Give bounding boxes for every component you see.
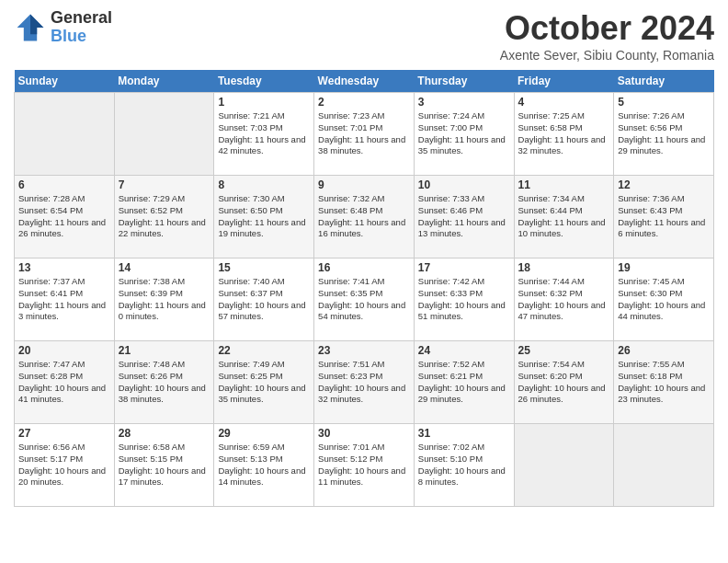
- calendar-cell: 22Sunrise: 7:49 AMSunset: 6:25 PMDayligh…: [214, 341, 314, 424]
- day-number: 3: [418, 96, 510, 109]
- day-number: 8: [218, 178, 310, 191]
- cell-content: Sunrise: 7:02 AMSunset: 5:10 PMDaylight:…: [418, 442, 510, 488]
- day-number: 28: [119, 427, 210, 440]
- cell-content: Sunrise: 6:56 AMSunset: 5:17 PMDaylight:…: [18, 442, 110, 488]
- cell-content: Sunrise: 6:59 AMSunset: 5:13 PMDaylight:…: [218, 442, 310, 488]
- calendar-cell: 27Sunrise: 6:56 AMSunset: 5:17 PMDayligh…: [15, 424, 115, 507]
- day-number: 1: [218, 96, 310, 109]
- day-number: 9: [318, 178, 410, 191]
- cell-content: Sunrise: 7:54 AMSunset: 6:20 PMDaylight:…: [518, 359, 610, 406]
- calendar-cell: 29Sunrise: 6:59 AMSunset: 5:13 PMDayligh…: [214, 424, 314, 507]
- cell-content: Sunrise: 7:36 AMSunset: 6:43 PMDaylight:…: [618, 193, 710, 240]
- svg-marker-1: [30, 14, 43, 34]
- calendar-cell: 11Sunrise: 7:34 AMSunset: 6:44 PMDayligh…: [514, 176, 614, 259]
- cell-content: Sunrise: 7:29 AMSunset: 6:52 PMDaylight:…: [119, 193, 210, 240]
- week-row-3: 20Sunrise: 7:47 AMSunset: 6:28 PMDayligh…: [15, 341, 714, 424]
- day-number: 6: [18, 178, 110, 191]
- cell-content: Sunrise: 6:58 AMSunset: 5:15 PMDaylight:…: [119, 442, 210, 488]
- calendar-cell: 10Sunrise: 7:33 AMSunset: 6:46 PMDayligh…: [414, 176, 514, 259]
- day-header-wednesday: Wednesday: [314, 70, 415, 93]
- day-number: 4: [518, 96, 610, 109]
- day-number: 31: [418, 427, 510, 440]
- day-number: 25: [518, 344, 610, 357]
- cell-content: Sunrise: 7:34 AMSunset: 6:44 PMDaylight:…: [518, 193, 610, 240]
- calendar-cell: 19Sunrise: 7:45 AMSunset: 6:30 PMDayligh…: [614, 259, 714, 341]
- day-number: 19: [618, 261, 710, 274]
- day-number: 11: [518, 178, 610, 191]
- day-number: 30: [318, 427, 410, 440]
- calendar-cell: 23Sunrise: 7:51 AMSunset: 6:23 PMDayligh…: [314, 341, 415, 424]
- cell-content: Sunrise: 7:51 AMSunset: 6:23 PMDaylight:…: [318, 359, 410, 406]
- cell-content: Sunrise: 7:21 AMSunset: 7:03 PMDaylight:…: [218, 110, 310, 157]
- cell-content: Sunrise: 7:37 AMSunset: 6:41 PMDaylight:…: [18, 276, 110, 323]
- logo: General Blue: [14, 9, 112, 46]
- cell-content: Sunrise: 7:52 AMSunset: 6:21 PMDaylight:…: [418, 359, 510, 406]
- cell-content: Sunrise: 7:42 AMSunset: 6:33 PMDaylight:…: [418, 276, 510, 323]
- week-row-1: 6Sunrise: 7:28 AMSunset: 6:54 PMDaylight…: [15, 176, 714, 259]
- day-number: 2: [318, 96, 410, 109]
- calendar-cell: [15, 93, 115, 176]
- calendar-cell: 1Sunrise: 7:21 AMSunset: 7:03 PMDaylight…: [214, 93, 314, 176]
- day-number: 23: [318, 344, 410, 357]
- calendar-cell: 16Sunrise: 7:41 AMSunset: 6:35 PMDayligh…: [314, 259, 415, 341]
- day-number: 13: [18, 261, 110, 274]
- calendar-cell: 6Sunrise: 7:28 AMSunset: 6:54 PMDaylight…: [15, 176, 115, 259]
- day-number: 5: [618, 96, 710, 109]
- day-number: 18: [518, 261, 610, 274]
- cell-content: Sunrise: 7:47 AMSunset: 6:28 PMDaylight:…: [18, 359, 110, 406]
- calendar-cell: 24Sunrise: 7:52 AMSunset: 6:21 PMDayligh…: [414, 341, 514, 424]
- cell-content: Sunrise: 7:24 AMSunset: 7:00 PMDaylight:…: [418, 110, 510, 157]
- calendar-table: SundayMondayTuesdayWednesdayThursdayFrid…: [14, 70, 714, 507]
- calendar-cell: 14Sunrise: 7:38 AMSunset: 6:39 PMDayligh…: [114, 259, 214, 341]
- day-number: 29: [218, 427, 310, 440]
- cell-content: Sunrise: 7:32 AMSunset: 6:48 PMDaylight:…: [318, 193, 410, 240]
- calendar-cell: 5Sunrise: 7:26 AMSunset: 6:56 PMDaylight…: [614, 93, 714, 176]
- cell-content: Sunrise: 7:33 AMSunset: 6:46 PMDaylight:…: [418, 193, 510, 240]
- logo-icon: [14, 11, 47, 44]
- page-header: General Blue October 2024 Axente Sever, …: [14, 9, 714, 63]
- week-row-0: 1Sunrise: 7:21 AMSunset: 7:03 PMDaylight…: [15, 93, 714, 176]
- calendar-cell: 8Sunrise: 7:30 AMSunset: 6:50 PMDaylight…: [214, 176, 314, 259]
- day-number: 17: [418, 261, 510, 274]
- calendar-cell: [114, 93, 214, 176]
- day-header-saturday: Saturday: [614, 70, 714, 93]
- day-header-monday: Monday: [114, 70, 214, 93]
- day-number: 14: [119, 261, 210, 274]
- day-header-sunday: Sunday: [15, 70, 115, 93]
- day-number: 24: [418, 344, 510, 357]
- calendar-cell: 18Sunrise: 7:44 AMSunset: 6:32 PMDayligh…: [514, 259, 614, 341]
- calendar-cell: 4Sunrise: 7:25 AMSunset: 6:58 PMDaylight…: [514, 93, 614, 176]
- calendar-cell: 31Sunrise: 7:02 AMSunset: 5:10 PMDayligh…: [414, 424, 514, 507]
- cell-content: Sunrise: 7:23 AMSunset: 7:01 PMDaylight:…: [318, 110, 410, 157]
- calendar-cell: 20Sunrise: 7:47 AMSunset: 6:28 PMDayligh…: [15, 341, 115, 424]
- location: Axente Sever, Sibiu County, Romania: [500, 48, 714, 63]
- cell-content: Sunrise: 7:49 AMSunset: 6:25 PMDaylight:…: [218, 359, 310, 406]
- cell-content: Sunrise: 7:41 AMSunset: 6:35 PMDaylight:…: [318, 276, 410, 323]
- cell-content: Sunrise: 7:45 AMSunset: 6:30 PMDaylight:…: [618, 276, 710, 323]
- cell-content: Sunrise: 7:30 AMSunset: 6:50 PMDaylight:…: [218, 193, 310, 240]
- cell-content: Sunrise: 7:55 AMSunset: 6:18 PMDaylight:…: [618, 359, 710, 406]
- calendar-cell: 13Sunrise: 7:37 AMSunset: 6:41 PMDayligh…: [15, 259, 115, 341]
- calendar-cell: 21Sunrise: 7:48 AMSunset: 6:26 PMDayligh…: [114, 341, 214, 424]
- day-number: 27: [18, 427, 110, 440]
- day-number: 7: [119, 178, 210, 191]
- cell-content: Sunrise: 7:26 AMSunset: 6:56 PMDaylight:…: [618, 110, 710, 157]
- day-header-thursday: Thursday: [414, 70, 514, 93]
- cell-content: Sunrise: 7:28 AMSunset: 6:54 PMDaylight:…: [18, 193, 110, 240]
- calendar-cell: 30Sunrise: 7:01 AMSunset: 5:12 PMDayligh…: [314, 424, 415, 507]
- cell-content: Sunrise: 7:01 AMSunset: 5:12 PMDaylight:…: [318, 442, 410, 488]
- title-area: October 2024 Axente Sever, Sibiu County,…: [500, 9, 714, 63]
- calendar-cell: 7Sunrise: 7:29 AMSunset: 6:52 PMDaylight…: [114, 176, 214, 259]
- calendar-cell: 2Sunrise: 7:23 AMSunset: 7:01 PMDaylight…: [314, 93, 415, 176]
- calendar-cell: 25Sunrise: 7:54 AMSunset: 6:20 PMDayligh…: [514, 341, 614, 424]
- cell-content: Sunrise: 7:38 AMSunset: 6:39 PMDaylight:…: [119, 276, 210, 323]
- day-number: 26: [618, 344, 710, 357]
- calendar-cell: 26Sunrise: 7:55 AMSunset: 6:18 PMDayligh…: [614, 341, 714, 424]
- day-number: 21: [119, 344, 210, 357]
- week-row-2: 13Sunrise: 7:37 AMSunset: 6:41 PMDayligh…: [15, 259, 714, 341]
- day-number: 20: [18, 344, 110, 357]
- calendar-cell: 3Sunrise: 7:24 AMSunset: 7:00 PMDaylight…: [414, 93, 514, 176]
- calendar-cell: 15Sunrise: 7:40 AMSunset: 6:37 PMDayligh…: [214, 259, 314, 341]
- cell-content: Sunrise: 7:44 AMSunset: 6:32 PMDaylight:…: [518, 276, 610, 323]
- cell-content: Sunrise: 7:48 AMSunset: 6:26 PMDaylight:…: [119, 359, 210, 406]
